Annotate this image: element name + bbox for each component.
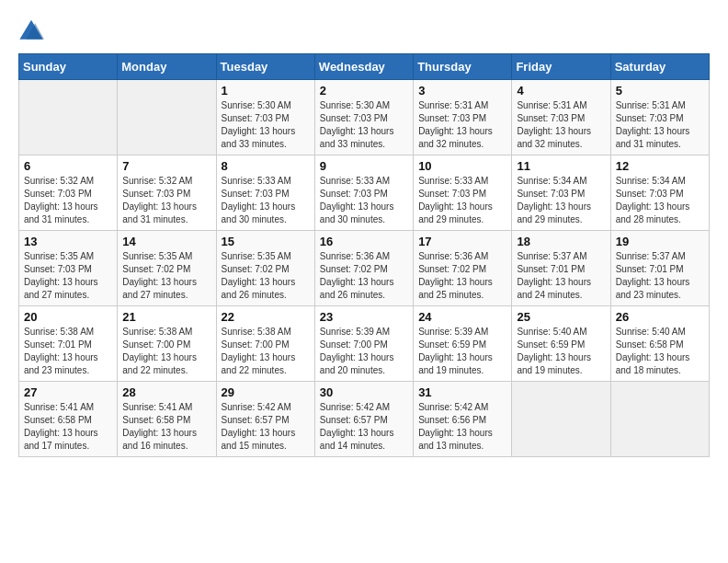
weekday-header-thursday: Thursday — [414, 54, 512, 80]
day-number: 6 — [24, 159, 112, 173]
day-info: Sunrise: 5:37 AM Sunset: 7:01 PM Dayligh… — [616, 250, 704, 302]
day-number: 15 — [222, 235, 310, 248]
calendar-cell: 21Sunrise: 5:38 AM Sunset: 7:00 PM Dayli… — [118, 306, 216, 382]
calendar-cell: 8Sunrise: 5:33 AM Sunset: 7:03 PM Daylig… — [216, 155, 314, 231]
day-number: 23 — [320, 310, 408, 324]
calendar-cell: 28Sunrise: 5:41 AM Sunset: 6:58 PM Dayli… — [118, 382, 216, 457]
day-number: 18 — [517, 235, 605, 248]
day-number: 17 — [418, 235, 506, 248]
weekday-header-friday: Friday — [512, 54, 610, 80]
day-info: Sunrise: 5:39 AM Sunset: 6:59 PM Dayligh… — [418, 326, 506, 377]
day-number: 31 — [418, 385, 506, 399]
calendar-cell: 24Sunrise: 5:39 AM Sunset: 6:59 PM Dayli… — [414, 306, 512, 382]
calendar-cell: 9Sunrise: 5:33 AM Sunset: 7:03 PM Daylig… — [314, 155, 413, 231]
calendar-week-2: 6Sunrise: 5:32 AM Sunset: 7:03 PM Daylig… — [19, 155, 710, 231]
day-number: 14 — [122, 235, 210, 248]
calendar-cell: 16Sunrise: 5:36 AM Sunset: 7:02 PM Dayli… — [314, 231, 413, 306]
day-info: Sunrise: 5:31 AM Sunset: 7:03 PM Dayligh… — [418, 99, 506, 151]
weekday-header-tuesday: Tuesday — [216, 54, 314, 80]
day-info: Sunrise: 5:38 AM Sunset: 7:00 PM Dayligh… — [122, 326, 210, 377]
calendar-cell: 2Sunrise: 5:30 AM Sunset: 7:03 PM Daylig… — [314, 80, 413, 155]
calendar-cell: 17Sunrise: 5:36 AM Sunset: 7:02 PM Dayli… — [414, 231, 512, 306]
day-info: Sunrise: 5:36 AM Sunset: 7:02 PM Dayligh… — [418, 250, 506, 302]
calendar-cell: 6Sunrise: 5:32 AM Sunset: 7:03 PM Daylig… — [19, 155, 118, 231]
day-info: Sunrise: 5:32 AM Sunset: 7:03 PM Dayligh… — [24, 175, 112, 226]
day-info: Sunrise: 5:38 AM Sunset: 7:00 PM Dayligh… — [222, 326, 310, 377]
day-number: 8 — [222, 159, 310, 173]
day-number: 19 — [616, 235, 704, 248]
calendar-week-1: 1Sunrise: 5:30 AM Sunset: 7:03 PM Daylig… — [19, 80, 710, 155]
day-number: 5 — [616, 84, 704, 98]
weekday-header-sunday: Sunday — [19, 54, 118, 80]
day-info: Sunrise: 5:37 AM Sunset: 7:01 PM Dayligh… — [517, 250, 605, 302]
calendar-header-row: SundayMondayTuesdayWednesdayThursdayFrid… — [19, 54, 710, 80]
day-info: Sunrise: 5:32 AM Sunset: 7:03 PM Dayligh… — [122, 175, 210, 226]
day-info: Sunrise: 5:38 AM Sunset: 7:01 PM Dayligh… — [24, 326, 112, 377]
calendar-cell: 22Sunrise: 5:38 AM Sunset: 7:00 PM Dayli… — [216, 306, 314, 382]
day-number: 25 — [517, 310, 605, 324]
day-number: 13 — [24, 235, 112, 248]
day-number: 7 — [122, 159, 210, 173]
calendar-week-4: 20Sunrise: 5:38 AM Sunset: 7:01 PM Dayli… — [19, 306, 710, 382]
day-number: 12 — [616, 159, 704, 173]
day-number: 9 — [320, 159, 408, 173]
calendar-cell: 12Sunrise: 5:34 AM Sunset: 7:03 PM Dayli… — [610, 155, 709, 231]
calendar-cell — [512, 382, 610, 457]
day-info: Sunrise: 5:34 AM Sunset: 7:03 PM Dayligh… — [517, 175, 605, 226]
calendar-cell: 31Sunrise: 5:42 AM Sunset: 6:56 PM Dayli… — [414, 382, 512, 457]
calendar-cell: 1Sunrise: 5:30 AM Sunset: 7:03 PM Daylig… — [216, 80, 314, 155]
calendar-cell: 14Sunrise: 5:35 AM Sunset: 7:02 PM Dayli… — [118, 231, 216, 306]
day-info: Sunrise: 5:33 AM Sunset: 7:03 PM Dayligh… — [320, 175, 408, 226]
day-info: Sunrise: 5:40 AM Sunset: 6:58 PM Dayligh… — [616, 326, 704, 377]
day-info: Sunrise: 5:35 AM Sunset: 7:03 PM Dayligh… — [24, 250, 112, 302]
logo — [18, 18, 46, 44]
weekday-header-wednesday: Wednesday — [314, 54, 413, 80]
calendar-cell — [118, 80, 216, 155]
weekday-header-monday: Monday — [118, 54, 216, 80]
day-number: 28 — [122, 385, 210, 399]
day-info: Sunrise: 5:35 AM Sunset: 7:02 PM Dayligh… — [222, 250, 310, 302]
page-header — [18, 18, 710, 44]
calendar-cell: 26Sunrise: 5:40 AM Sunset: 6:58 PM Dayli… — [610, 306, 709, 382]
calendar-cell: 30Sunrise: 5:42 AM Sunset: 6:57 PM Dayli… — [314, 382, 413, 457]
calendar-cell: 7Sunrise: 5:32 AM Sunset: 7:03 PM Daylig… — [118, 155, 216, 231]
day-info: Sunrise: 5:31 AM Sunset: 7:03 PM Dayligh… — [616, 99, 704, 151]
weekday-header-saturday: Saturday — [610, 54, 709, 80]
day-number: 20 — [24, 310, 112, 324]
calendar-cell: 19Sunrise: 5:37 AM Sunset: 7:01 PM Dayli… — [610, 231, 709, 306]
day-info: Sunrise: 5:33 AM Sunset: 7:03 PM Dayligh… — [418, 175, 506, 226]
day-info: Sunrise: 5:33 AM Sunset: 7:03 PM Dayligh… — [222, 175, 310, 226]
day-number: 1 — [222, 84, 310, 98]
day-number: 22 — [222, 310, 310, 324]
calendar-cell: 27Sunrise: 5:41 AM Sunset: 6:58 PM Dayli… — [19, 382, 118, 457]
calendar-cell: 4Sunrise: 5:31 AM Sunset: 7:03 PM Daylig… — [512, 80, 610, 155]
calendar-cell: 23Sunrise: 5:39 AM Sunset: 7:00 PM Dayli… — [314, 306, 413, 382]
calendar-cell: 15Sunrise: 5:35 AM Sunset: 7:02 PM Dayli… — [216, 231, 314, 306]
day-info: Sunrise: 5:30 AM Sunset: 7:03 PM Dayligh… — [222, 99, 310, 151]
day-number: 16 — [320, 235, 408, 248]
day-number: 4 — [517, 84, 605, 98]
day-number: 21 — [122, 310, 210, 324]
day-info: Sunrise: 5:34 AM Sunset: 7:03 PM Dayligh… — [616, 175, 704, 226]
day-number: 2 — [320, 84, 408, 98]
day-info: Sunrise: 5:41 AM Sunset: 6:58 PM Dayligh… — [122, 401, 210, 453]
calendar-week-5: 27Sunrise: 5:41 AM Sunset: 6:58 PM Dayli… — [19, 382, 710, 457]
day-number: 26 — [616, 310, 704, 324]
day-number: 30 — [320, 385, 408, 399]
day-number: 29 — [222, 385, 310, 399]
calendar-cell — [610, 382, 709, 457]
calendar-cell — [19, 80, 118, 155]
day-number: 10 — [418, 159, 506, 173]
calendar-cell: 29Sunrise: 5:42 AM Sunset: 6:57 PM Dayli… — [216, 382, 314, 457]
calendar-cell: 10Sunrise: 5:33 AM Sunset: 7:03 PM Dayli… — [414, 155, 512, 231]
day-info: Sunrise: 5:31 AM Sunset: 7:03 PM Dayligh… — [517, 99, 605, 151]
calendar-cell: 20Sunrise: 5:38 AM Sunset: 7:01 PM Dayli… — [19, 306, 118, 382]
logo-icon — [18, 18, 44, 44]
day-info: Sunrise: 5:40 AM Sunset: 6:59 PM Dayligh… — [517, 326, 605, 377]
day-info: Sunrise: 5:41 AM Sunset: 6:58 PM Dayligh… — [24, 401, 112, 453]
calendar-week-3: 13Sunrise: 5:35 AM Sunset: 7:03 PM Dayli… — [19, 231, 710, 306]
calendar-cell: 3Sunrise: 5:31 AM Sunset: 7:03 PM Daylig… — [414, 80, 512, 155]
day-info: Sunrise: 5:39 AM Sunset: 7:00 PM Dayligh… — [320, 326, 408, 377]
calendar-table: SundayMondayTuesdayWednesdayThursdayFrid… — [18, 53, 710, 457]
day-number: 11 — [517, 159, 605, 173]
